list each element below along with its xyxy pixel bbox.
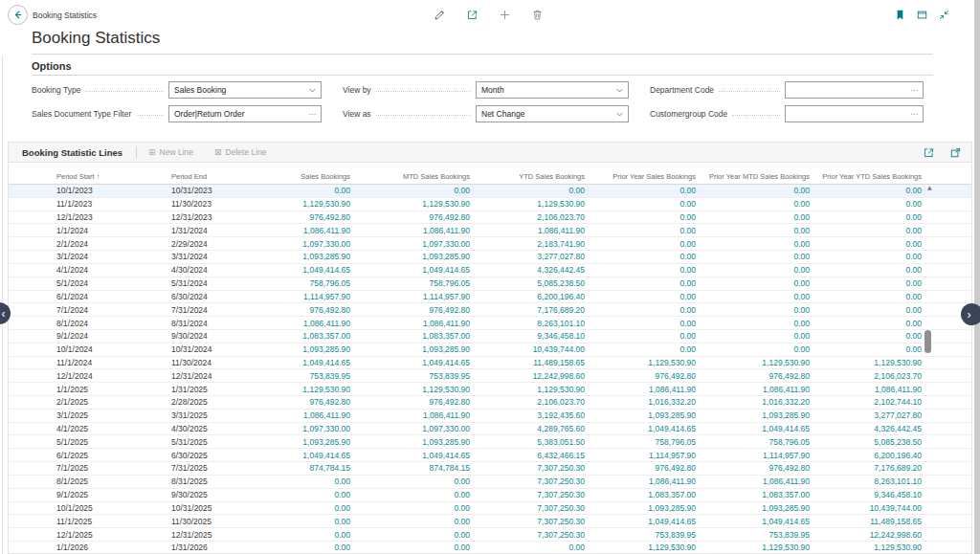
table-row[interactable]: 10/1/2023 10/31/2023 0.00 0.00 0.00 0.00…	[9, 185, 971, 198]
prior-year-sales-bookings-cell[interactable]: 1,114,957.90	[585, 451, 696, 460]
period-end-cell[interactable]: 7/31/2024	[152, 305, 267, 315]
sales-bookings-cell[interactable]: 1,093,285.90	[267, 252, 350, 261]
prior-year-ytd-sales-bookings-cell[interactable]: 9,346,458.10	[810, 490, 922, 499]
next-record-button[interactable]: ›	[961, 303, 980, 325]
ytd-sales-bookings-cell[interactable]: 6,432,466.15	[470, 451, 585, 460]
table-row[interactable]: 11/1/2025 11/30/2025 0.00 0.00 7,307,250…	[9, 515, 971, 528]
period-end-cell[interactable]: 4/30/2025	[152, 424, 267, 433]
prior-year-sales-bookings-cell[interactable]: 1,086,411.90	[585, 385, 696, 394]
table-row[interactable]: 9/1/2024 9/30/2024 1,083,357.00 1,083,35…	[9, 330, 971, 343]
period-end-cell[interactable]: 2/29/2024	[152, 239, 267, 249]
prior-year-sales-bookings-cell[interactable]: 976,492.80	[585, 371, 696, 381]
prior-year-mtd-sales-bookings-cell[interactable]: 1,083,357.00	[696, 490, 810, 499]
prior-year-ytd-sales-bookings-cell[interactable]: 12,242,998.60	[810, 530, 922, 540]
prior-year-sales-bookings-cell[interactable]: 1,129,530.90	[585, 543, 696, 552]
prior-year-mtd-sales-bookings-cell[interactable]: 0.00	[696, 265, 810, 275]
mtd-sales-bookings-cell[interactable]: 1,049,414.65	[350, 358, 470, 367]
ytd-sales-bookings-cell[interactable]: 12,242,998.60	[470, 371, 585, 381]
ytd-sales-bookings-cell[interactable]: 7,307,250.30	[470, 530, 585, 540]
period-start-cell[interactable]: 12/1/2024	[37, 371, 152, 381]
sales-bookings-cell[interactable]: 753,839.95	[267, 371, 350, 381]
prior-year-sales-bookings-cell[interactable]: 0.00	[585, 186, 696, 195]
period-end-cell[interactable]: 5/31/2024	[152, 278, 267, 288]
ytd-sales-bookings-cell[interactable]: 0.00	[470, 543, 585, 552]
mtd-sales-bookings-cell[interactable]: 758,796.05	[350, 278, 470, 288]
table-scroll-up-icon[interactable]: ▲	[927, 184, 932, 190]
period-end-cell[interactable]: 1/31/2025	[152, 385, 267, 394]
table-row[interactable]: 9/1/2025 9/30/2025 0.00 0.00 7,307,250.3…	[9, 489, 971, 502]
period-start-cell[interactable]: 7/1/2024	[37, 305, 152, 315]
ytd-sales-bookings-cell[interactable]: 7,307,250.30	[470, 490, 585, 499]
prior-year-sales-bookings-cell[interactable]: 0.00	[585, 344, 696, 354]
collapse-icon[interactable]	[937, 8, 950, 21]
sales-bookings-cell[interactable]: 0.00	[267, 490, 350, 499]
period-start-cell[interactable]: 10/1/2023	[37, 186, 152, 195]
mtd-sales-bookings-cell[interactable]: 1,093,285.90	[350, 344, 470, 354]
period-start-cell[interactable]: 3/1/2024	[37, 252, 152, 261]
prior-year-ytd-sales-bookings-cell[interactable]: 2,106,023.70	[810, 371, 922, 381]
prior-year-mtd-sales-bookings-cell[interactable]: 0.00	[696, 186, 810, 195]
mtd-sales-bookings-cell[interactable]: 753,839.95	[350, 371, 470, 381]
assist-edit-icon[interactable]: …	[308, 107, 317, 117]
table-row[interactable]: 12/1/2025 12/31/2025 0.00 0.00 7,307,250…	[9, 528, 971, 542]
period-start-cell[interactable]: 5/1/2024	[37, 278, 152, 288]
prior-year-mtd-sales-bookings-cell[interactable]: 1,086,411.90	[696, 476, 810, 486]
mtd-sales-bookings-cell[interactable]: 0.00	[350, 476, 470, 486]
period-end-cell[interactable]: 3/31/2025	[152, 410, 267, 420]
period-start-cell[interactable]: 2/1/2025	[37, 397, 152, 407]
prior-year-ytd-sales-bookings-cell[interactable]: 11,489,158.65	[810, 517, 922, 526]
sales-bookings-cell[interactable]: 1,083,357.00	[267, 331, 350, 341]
prior-year-sales-bookings-cell[interactable]: 0.00	[585, 252, 696, 261]
column-header-prior-year-sales-bookings[interactable]: Prior Year Sales Bookings	[585, 172, 696, 181]
prior-year-mtd-sales-bookings-cell[interactable]: 1,129,530.90	[696, 358, 810, 367]
prior-year-ytd-sales-bookings-cell[interactable]: 1,129,530.90	[810, 358, 922, 367]
prior-year-mtd-sales-bookings-cell[interactable]: 1,086,411.90	[696, 385, 810, 394]
delete-line-button[interactable]: ⊠ Delete Line	[214, 147, 267, 157]
prior-year-ytd-sales-bookings-cell[interactable]: 4,326,442.45	[810, 424, 922, 433]
prior-year-ytd-sales-bookings-cell[interactable]: 0.00	[810, 278, 922, 288]
prior-year-mtd-sales-bookings-cell[interactable]: 976,492.80	[696, 371, 810, 381]
bookmark-icon[interactable]	[893, 8, 906, 21]
assist-edit-icon[interactable]: …	[910, 83, 919, 93]
period-end-cell[interactable]: 8/31/2025	[152, 476, 267, 486]
period-start-cell[interactable]: 6/1/2025	[37, 451, 152, 460]
table-row[interactable]: 1/1/2025 1/31/2025 1,129,530.90 1,129,53…	[9, 383, 971, 396]
sales-bookings-cell[interactable]: 1,129,530.90	[267, 385, 350, 394]
new-line-button[interactable]: ⊞ New Line	[148, 147, 193, 157]
back-button[interactable]	[8, 5, 28, 25]
period-start-cell[interactable]: 2/1/2024	[37, 239, 152, 249]
table-row[interactable]: 6/1/2024 6/30/2024 1,114,957.90 1,114,95…	[9, 291, 971, 304]
mtd-sales-bookings-cell[interactable]: 0.00	[350, 543, 470, 552]
prior-year-ytd-sales-bookings-cell[interactable]: 0.00	[810, 331, 922, 341]
table-row[interactable]: 8/1/2024 8/31/2024 1,086,411.90 1,086,41…	[9, 317, 971, 330]
customergroup-code-input[interactable]: …	[785, 105, 924, 122]
sales-bookings-cell[interactable]: 0.00	[267, 530, 350, 540]
prior-year-sales-bookings-cell[interactable]: 1,049,414.65	[585, 517, 696, 526]
prior-year-sales-bookings-cell[interactable]: 0.00	[585, 212, 696, 222]
prior-year-sales-bookings-cell[interactable]: 1,093,285.90	[585, 503, 696, 513]
prior-year-sales-bookings-cell[interactable]: 0.00	[585, 199, 696, 209]
sales-bookings-cell[interactable]: 1,049,414.65	[267, 451, 350, 460]
column-header-period-end[interactable]: Period End	[152, 172, 267, 181]
prior-year-mtd-sales-bookings-cell[interactable]: 1,114,957.90	[696, 451, 810, 460]
sales-bookings-cell[interactable]: 1,093,285.90	[267, 437, 350, 447]
mtd-sales-bookings-cell[interactable]: 1,129,530.90	[350, 199, 470, 209]
period-start-cell[interactable]: 9/1/2025	[37, 490, 152, 499]
period-start-cell[interactable]: 4/1/2024	[37, 265, 152, 275]
column-header-sales-bookings[interactable]: Sales Bookings	[267, 172, 350, 181]
prior-year-sales-bookings-cell[interactable]: 0.00	[585, 292, 696, 301]
ytd-sales-bookings-cell[interactable]: 0.00	[470, 186, 585, 195]
table-row[interactable]: 2/1/2024 2/29/2024 1,097,330.00 1,097,33…	[9, 237, 971, 251]
period-end-cell[interactable]: 12/31/2025	[152, 530, 267, 540]
prior-year-sales-bookings-cell[interactable]: 0.00	[585, 319, 696, 328]
ytd-sales-bookings-cell[interactable]: 7,176,689.20	[470, 305, 585, 315]
sales-bookings-cell[interactable]: 874,784.15	[267, 463, 350, 473]
mtd-sales-bookings-cell[interactable]: 0.00	[350, 517, 470, 526]
view-by-select[interactable]: Month	[476, 81, 629, 99]
table-row[interactable]: 11/1/2024 11/30/2024 1,049,414.65 1,049,…	[9, 357, 971, 370]
prior-year-ytd-sales-bookings-cell[interactable]: 0.00	[810, 252, 922, 261]
mtd-sales-bookings-cell[interactable]: 976,492.80	[350, 305, 470, 315]
mtd-sales-bookings-cell[interactable]: 1,129,530.90	[350, 385, 470, 394]
prior-year-ytd-sales-bookings-cell[interactable]: 3,277,027.80	[810, 410, 922, 420]
period-end-cell[interactable]: 12/31/2024	[152, 371, 267, 381]
